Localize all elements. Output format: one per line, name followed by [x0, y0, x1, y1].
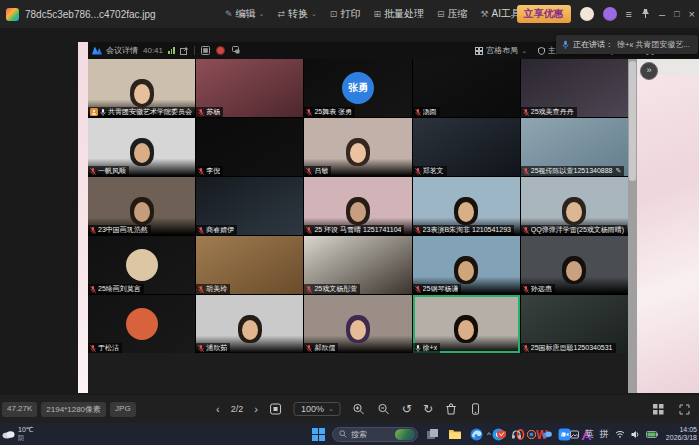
close-button[interactable]: ×: [689, 8, 695, 20]
participant-tile[interactable]: 一帆风顺: [88, 118, 195, 176]
tray-headset-icon[interactable]: [512, 430, 521, 439]
pin-icon[interactable]: [641, 5, 650, 23]
participant-tile[interactable]: 汤圆: [413, 59, 520, 117]
task-view-icon[interactable]: [425, 427, 440, 442]
zoom-out-icon[interactable]: [377, 402, 391, 416]
participant-tile[interactable]: 25戏美查丹丹: [521, 59, 628, 117]
meeting-title[interactable]: 会议详情: [106, 45, 138, 56]
participant-name: 徐+x: [423, 343, 438, 353]
participant-video: [562, 197, 586, 225]
vip-avatar[interactable]: [603, 7, 617, 21]
tray-browser-icon[interactable]: [527, 430, 536, 439]
battery-icon[interactable]: [646, 431, 658, 438]
prev-image-button[interactable]: ‹: [216, 403, 220, 415]
file-explorer-icon[interactable]: [447, 427, 462, 442]
zoom-in-icon[interactable]: [352, 402, 366, 416]
menu-batch[interactable]: ⊞批量处理: [373, 7, 424, 21]
rotate-right-icon[interactable]: ↻: [423, 402, 433, 416]
fullscreen-view-icon[interactable]: [677, 402, 691, 416]
participant-tile[interactable]: 25视传陈以萱1251340888✎: [521, 118, 628, 176]
participant-tile[interactable]: 浦欣茹: [196, 295, 303, 353]
hamburger-menu-icon[interactable]: ≡: [626, 8, 632, 20]
menu-convert[interactable]: ⇄转换⌄: [277, 7, 316, 21]
participant-tile[interactable]: 李倪: [196, 118, 303, 176]
collapse-panel-button[interactable]: »: [640, 62, 658, 80]
weather-widget[interactable]: 10℃ 阴: [2, 426, 34, 442]
convert-icon: ⇄: [277, 9, 285, 19]
edge-icon[interactable]: [469, 427, 484, 442]
start-button[interactable]: [312, 428, 325, 441]
tray-chevron-icon[interactable]: ^: [487, 430, 491, 439]
participant-tile[interactable]: 张勇25舞表 张勇: [304, 59, 411, 117]
participant-tile[interactable]: 25绘画刘莫言: [88, 236, 195, 294]
wifi-icon[interactable]: [615, 430, 625, 438]
mic-muted-icon: [415, 167, 421, 176]
participant-label: 25舞表 张勇: [304, 107, 355, 117]
user-avatar[interactable]: [580, 7, 594, 21]
participant-tile[interactable]: 徐+x: [413, 295, 520, 353]
tray-security-icon[interactable]: [497, 430, 506, 439]
participant-tile[interactable]: 郑茗文: [413, 118, 520, 176]
volume-icon[interactable]: [631, 430, 640, 439]
clock[interactable]: 14:05 2026/3/18: [666, 426, 697, 442]
participant-name: 25视传陈以萱1251340888: [531, 166, 613, 176]
weather-temp: 10℃: [18, 426, 34, 434]
time: 14:05: [679, 426, 697, 434]
delete-icon[interactable]: [444, 402, 458, 416]
maximize-button[interactable]: □: [674, 9, 679, 19]
participant-tile[interactable]: 23中国画巩浩然: [88, 177, 195, 235]
participant-tile[interactable]: 胡美玲: [196, 236, 303, 294]
participant-name: QQ弹弹泮学雷(25戏文杨雨晴): [531, 225, 624, 235]
menu-print[interactable]: ⊡打印: [330, 7, 361, 21]
next-image-button[interactable]: ›: [254, 403, 258, 415]
participant-video: [454, 197, 478, 225]
mic-muted-icon: [90, 344, 96, 353]
file-badge: 47.27K: [2, 402, 37, 417]
fit-screen-icon[interactable]: [269, 402, 283, 416]
participant-label: 25国标唐思聪1250340531: [521, 343, 616, 353]
minimize-button[interactable]: –: [659, 8, 665, 20]
tray-photo-icon[interactable]: [570, 430, 579, 439]
participant-tile[interactable]: 吕敏: [304, 118, 411, 176]
participant-label: 23中国画巩浩然: [88, 225, 151, 235]
tray-cloud-icon[interactable]: [542, 430, 552, 438]
participant-avatar: [126, 249, 158, 281]
participant-name: 23表演B朱洵非 1210541293: [423, 225, 511, 235]
zoom-dropdown[interactable]: 100%⌄: [294, 402, 341, 416]
security-lock-icon[interactable]: [231, 46, 240, 55]
participant-tile[interactable]: 25 环设 马雪晴 1251741104: [304, 177, 411, 235]
participant-tile[interactable]: 共青团安徽艺术学院委员会: [88, 59, 195, 117]
participant-tile[interactable]: 商睿婧伊: [196, 177, 303, 235]
tray-mic-icon[interactable]: [558, 430, 564, 439]
phone-transfer-icon[interactable]: [469, 402, 483, 416]
participant-tile[interactable]: QQ弹弹泮学雷(25戏文杨雨晴): [521, 177, 628, 235]
participant-tile[interactable]: 25国标唐思聪1250340531: [521, 295, 628, 353]
participant-video: [346, 197, 370, 225]
participant-video: [346, 138, 370, 166]
participant-tile[interactable]: 于松洁: [88, 295, 195, 353]
recording-indicator-icon[interactable]: [216, 46, 225, 55]
meeting-duration: 40:41: [143, 46, 163, 55]
menu-compress[interactable]: ⊟压缩: [437, 7, 468, 21]
ime-english-indicator[interactable]: 英: [585, 428, 594, 441]
detach-icon[interactable]: [180, 47, 188, 55]
participant-tile[interactable]: 苏杨: [196, 59, 303, 117]
search-highlight-thumb: [395, 429, 415, 440]
layout-button[interactable]: 宫格布局⌄: [475, 45, 527, 56]
thumbnail-grid-icon[interactable]: [651, 402, 665, 416]
participant-tile[interactable]: 25钢琴杨谦: [413, 236, 520, 294]
menu-edit[interactable]: ✎编辑⌄: [225, 7, 264, 21]
record-manage-icon[interactable]: [201, 46, 210, 55]
participant-video: [454, 256, 478, 284]
scrollbar[interactable]: [628, 59, 637, 393]
ime-pinyin-indicator[interactable]: 拼: [600, 428, 609, 441]
participant-video: [346, 315, 370, 343]
search-input[interactable]: 搜索: [332, 427, 418, 442]
participant-tile[interactable]: 孙远惠: [521, 236, 628, 294]
mic-muted-icon: [306, 344, 312, 353]
participant-tile[interactable]: 25戏文杨彤萱: [304, 236, 411, 294]
promo-button[interactable]: 立享优惠: [517, 5, 571, 23]
rotate-left-icon[interactable]: ↺: [402, 402, 412, 416]
participant-tile[interactable]: 23表演B朱洵非 1210541293: [413, 177, 520, 235]
participant-tile[interactable]: 郝欣儒: [304, 295, 411, 353]
